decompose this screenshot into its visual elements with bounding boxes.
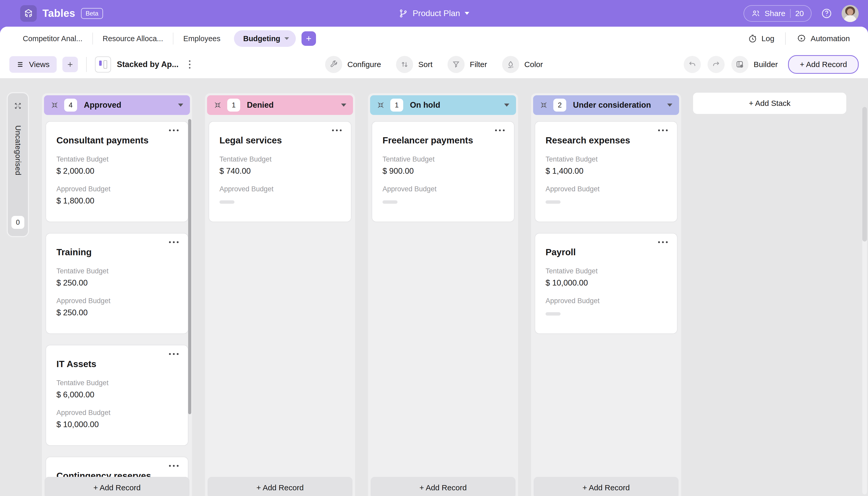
tab-resource-allocation[interactable]: Resource Alloca... xyxy=(93,34,173,43)
views-label: Views xyxy=(29,60,49,69)
stack-header[interactable]: 1 Denied xyxy=(207,95,353,115)
card-menu-icon[interactable] xyxy=(658,241,668,243)
field-label-approved-budget: Approved Budget xyxy=(57,409,177,417)
add-record-button[interactable]: + Add Record xyxy=(788,55,859,74)
user-avatar[interactable] xyxy=(841,5,859,22)
add-stack-button[interactable]: + Add Stack xyxy=(693,93,846,114)
card-menu-icon[interactable] xyxy=(658,129,668,131)
collapse-stack-icon[interactable] xyxy=(540,101,548,109)
color-button[interactable]: Color xyxy=(502,56,543,73)
automation-button[interactable]: Automation xyxy=(796,34,850,44)
record-card[interactable]: Freelancer payments Tentative Budget $ 9… xyxy=(372,121,515,222)
sort-arrows-icon xyxy=(400,60,409,69)
collapse-stack-icon[interactable] xyxy=(377,101,384,109)
add-table-button[interactable] xyxy=(301,31,316,46)
card-menu-icon[interactable] xyxy=(169,465,178,467)
builder-label: Builder xyxy=(754,60,778,69)
card-menu-icon[interactable] xyxy=(169,129,178,131)
workspace-switcher[interactable]: Product Plan xyxy=(398,9,469,18)
collapse-stack-icon[interactable] xyxy=(214,101,222,109)
automation-gear-icon xyxy=(796,34,806,44)
collapse-stack-icon[interactable] xyxy=(51,101,59,109)
help-icon xyxy=(821,7,833,19)
stack-scrollbar-thumb[interactable] xyxy=(188,119,191,414)
card-title: Consultant payments xyxy=(57,122,177,145)
chevron-down-icon[interactable] xyxy=(341,104,346,107)
stack-count-badge: 4 xyxy=(64,99,77,112)
field-value-tentative-budget: $ 740.00 xyxy=(219,167,341,176)
record-card[interactable]: Research expenses Tentative Budget $ 1,4… xyxy=(535,121,678,222)
card-title: Payroll xyxy=(546,233,667,257)
stack-header[interactable]: 1 On hold xyxy=(370,95,516,115)
field-value-tentative-budget: $ 250.00 xyxy=(57,278,177,288)
card-menu-icon[interactable] xyxy=(169,353,178,355)
builder-panel-icon xyxy=(736,60,744,69)
page-scrollbar[interactable] xyxy=(862,107,867,494)
views-button[interactable]: Views xyxy=(9,56,57,73)
field-value-approved-budget: $ 1,800.00 xyxy=(57,196,177,205)
view-toolbar: Views Stacked by Ap... xyxy=(0,50,868,79)
field-label-approved-budget: Approved Budget xyxy=(219,185,341,193)
undo-button[interactable] xyxy=(684,56,701,73)
tab-competitor-analysis[interactable]: Competitor Anal... xyxy=(13,34,92,43)
stack-count-badge: 1 xyxy=(227,99,240,112)
cube-icon xyxy=(23,8,34,19)
record-card[interactable]: Payroll Tentative Budget $ 10,000.00 App… xyxy=(535,233,678,334)
stack-add-record-button[interactable]: + Add Record xyxy=(370,477,516,496)
add-view-button[interactable] xyxy=(62,57,78,72)
stack-title: Denied xyxy=(247,100,341,110)
builder-button[interactable]: Builder xyxy=(731,56,778,73)
plus-icon xyxy=(66,61,74,68)
record-card[interactable]: Training Tentative Budget $ 250.00 Appro… xyxy=(46,233,188,334)
field-value-tentative-budget: $ 6,000.00 xyxy=(57,390,177,400)
empty-value-placeholder xyxy=(219,200,235,204)
view-menu-kebab-icon[interactable] xyxy=(189,60,190,68)
kanban-stack: 1 On hold Freelancer payments Tentative … xyxy=(368,93,518,496)
record-card[interactable]: Legal services Tentative Budget $ 740.00… xyxy=(209,121,351,222)
top-bar: Tables Beta Product Plan Share 20 xyxy=(0,0,868,27)
configure-button[interactable]: Configure xyxy=(325,56,381,73)
automation-label: Automation xyxy=(810,34,850,43)
stack-add-record-button[interactable]: + Add Record xyxy=(45,477,189,496)
tab-budgeting-active[interactable]: Budgeting xyxy=(234,30,296,47)
chevron-down-icon[interactable] xyxy=(504,104,509,107)
log-label: Log xyxy=(761,34,774,43)
expand-icon[interactable] xyxy=(14,102,22,110)
card-title: Research expenses xyxy=(546,122,667,145)
stack-header[interactable]: 2 Under consideration xyxy=(533,95,679,115)
redo-icon xyxy=(712,60,721,69)
record-card[interactable]: IT Assets Tentative Budget $ 6,000.00 Ap… xyxy=(46,345,188,446)
field-value-approved-budget: $ 250.00 xyxy=(57,308,177,317)
filter-button[interactable]: Filter xyxy=(447,56,487,73)
stack-header[interactable]: 4 Approved xyxy=(44,95,190,115)
share-button[interactable]: Share 20 xyxy=(743,5,811,22)
stack-add-record-button[interactable]: + Add Record xyxy=(534,477,679,496)
app-logo[interactable] xyxy=(20,5,37,22)
page-scrollbar-thumb[interactable] xyxy=(862,107,867,242)
stack-count-badge: 1 xyxy=(390,99,403,112)
card-title: Freelancer payments xyxy=(382,122,504,145)
empty-value-placeholder xyxy=(382,200,397,204)
uncategorized-stack-collapsed[interactable]: Uncategorised 0 xyxy=(8,93,28,236)
field-value-approved-budget: $ 10,000.00 xyxy=(57,420,177,429)
redo-button[interactable] xyxy=(708,56,725,73)
stack-add-record-button[interactable]: + Add Record xyxy=(208,477,352,496)
field-label-tentative-budget: Tentative Budget xyxy=(219,155,341,164)
chevron-down-icon[interactable] xyxy=(178,104,183,107)
field-label-tentative-budget: Tentative Budget xyxy=(546,155,667,164)
stack-cards: Research expenses Tentative Budget $ 1,4… xyxy=(531,117,681,496)
chevron-down-icon[interactable] xyxy=(667,104,672,107)
card-menu-icon[interactable] xyxy=(169,241,178,243)
workspace-name: Product Plan xyxy=(412,9,460,18)
stack-title: Under consideration xyxy=(573,100,667,110)
chevron-down-icon xyxy=(284,37,289,40)
filter-label: Filter xyxy=(470,60,487,69)
card-menu-icon[interactable] xyxy=(332,129,342,131)
help-button[interactable] xyxy=(820,7,833,20)
card-menu-icon[interactable] xyxy=(495,129,505,131)
sort-button[interactable]: Sort xyxy=(396,56,432,73)
tab-employees[interactable]: Employees xyxy=(173,34,230,43)
log-button[interactable]: Log xyxy=(748,34,774,43)
view-name[interactable]: Stacked by Ap... xyxy=(117,60,178,69)
record-card[interactable]: Consultant payments Tentative Budget $ 2… xyxy=(46,121,188,222)
